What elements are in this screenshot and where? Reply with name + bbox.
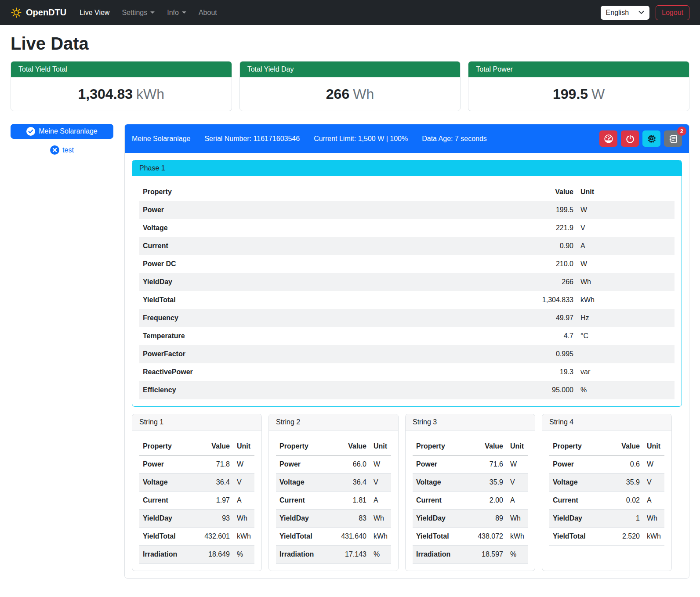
- value-cell: 93: [193, 510, 233, 528]
- chevron-down-icon: [638, 11, 644, 14]
- logout-button[interactable]: Logout: [656, 5, 689, 20]
- property-cell: Temperature: [139, 327, 487, 345]
- unit-cell: A: [233, 492, 254, 510]
- table-row: Irradiation17.143%: [276, 546, 391, 564]
- table-row: Frequency49.97Hz: [139, 309, 675, 327]
- table-row: Voltage221.9V: [139, 219, 675, 237]
- column-header-value: Value: [487, 183, 577, 201]
- card-unit: Wh: [353, 86, 374, 102]
- property-cell: Voltage: [139, 474, 193, 492]
- table-row: YieldTotal1,304.833kWh: [139, 291, 675, 309]
- unit-cell: W: [233, 456, 254, 474]
- table-header-row: Property Value Unit: [549, 438, 664, 456]
- property-cell: YieldTotal: [139, 528, 193, 546]
- property-cell: Power: [276, 456, 330, 474]
- unit-cell: W: [643, 456, 664, 474]
- value-cell: 199.5: [487, 201, 577, 219]
- limit-settings-button[interactable]: [599, 130, 617, 147]
- value-cell: 2.520: [603, 528, 643, 546]
- inverter-select-button-meine-solaranlage[interactable]: Meine Solaranlage: [11, 124, 113, 139]
- unit-cell: A: [507, 492, 528, 510]
- device-info-button[interactable]: [642, 130, 660, 147]
- inverter-select-button-test[interactable]: test: [11, 145, 113, 155]
- event-log-button[interactable]: 2: [664, 130, 682, 147]
- table-row: Power DC210.0W: [139, 255, 675, 273]
- string-panel-title: String 1: [132, 414, 261, 431]
- value-cell: 49.97: [487, 309, 577, 327]
- inverter-select-label: Meine Solaranlage: [39, 127, 97, 135]
- column-header-value: Value: [466, 438, 507, 456]
- unit-cell: W: [370, 456, 391, 474]
- column-header-property: Property: [139, 183, 487, 201]
- unit-cell: kWh: [643, 528, 664, 546]
- table-row: Power71.8W: [139, 456, 254, 474]
- phase-table: Property Value Unit Power199.5WVoltage22…: [139, 183, 675, 399]
- nav-live-view[interactable]: Live View: [73, 5, 116, 20]
- table-row: Power0.6W: [549, 456, 664, 474]
- unit-cell: %: [233, 546, 254, 564]
- card-title: Total Power: [468, 62, 689, 77]
- brand-link[interactable]: OpenDTU: [11, 7, 66, 18]
- string-panel-title: String 3: [406, 414, 535, 431]
- table-row: YieldDay266Wh: [139, 273, 675, 291]
- property-cell: Voltage: [413, 474, 466, 492]
- power-button[interactable]: [621, 130, 639, 147]
- inverter-card-header: Meine Solaranlage Serial Number: 1161716…: [125, 124, 689, 153]
- nav-about[interactable]: About: [192, 5, 223, 20]
- property-cell: Power DC: [139, 255, 487, 273]
- language-select[interactable]: English: [601, 6, 649, 20]
- value-cell: 2.00: [466, 492, 507, 510]
- table-row: ReactivePower19.3var: [139, 363, 675, 381]
- unit-cell: Wh: [370, 510, 391, 528]
- value-cell: 4.7: [487, 327, 577, 345]
- page-title: Live Data: [11, 34, 689, 54]
- brand-label: OpenDTU: [26, 7, 66, 18]
- inverter-serial: Serial Number: 116171603546: [204, 135, 300, 143]
- unit-cell: %: [507, 546, 528, 564]
- property-cell: YieldDay: [549, 510, 603, 528]
- value-cell: 1: [603, 510, 643, 528]
- property-cell: YieldTotal: [139, 291, 487, 309]
- property-cell: Irradiation: [276, 546, 330, 564]
- value-cell: 89: [466, 510, 507, 528]
- property-cell: YieldDay: [139, 510, 193, 528]
- table-row: Current0.02A: [549, 492, 664, 510]
- inverter-alt-label: test: [62, 146, 74, 154]
- table-row: YieldDay93Wh: [139, 510, 254, 528]
- value-cell: 18.649: [193, 546, 233, 564]
- value-cell: 36.4: [330, 474, 370, 492]
- property-cell: YieldTotal: [276, 528, 330, 546]
- unit-cell: Hz: [577, 309, 675, 327]
- unit-cell: V: [577, 219, 675, 237]
- event-count-badge: 2: [677, 127, 686, 136]
- column-header-value: Value: [603, 438, 643, 456]
- table-row: YieldDay83Wh: [276, 510, 391, 528]
- unit-cell: °C: [577, 327, 675, 345]
- property-cell: Irradiation: [413, 546, 466, 564]
- property-cell: Voltage: [276, 474, 330, 492]
- column-header-unit: Unit: [370, 438, 391, 456]
- nav-info[interactable]: Info: [161, 5, 192, 20]
- string-4-panel: String 4 Property Value Unit: [542, 414, 672, 571]
- value-cell: 210.0: [487, 255, 577, 273]
- table-header-row: Property Value Unit: [139, 438, 254, 456]
- column-header-unit: Unit: [507, 438, 528, 456]
- table-row: YieldDay1Wh: [549, 510, 664, 528]
- inverter-selector-sidebar: Meine Solaranlage test: [11, 124, 113, 155]
- table-header-row: Property Value Unit: [413, 438, 528, 456]
- string-4-table: Property Value Unit Power0.6WVoltage35.9…: [549, 438, 664, 546]
- property-cell: ReactivePower: [139, 363, 487, 381]
- value-cell: 266: [487, 273, 577, 291]
- table-row: Current0.90A: [139, 237, 675, 255]
- table-header-row: Property Value Unit: [139, 183, 675, 201]
- unit-cell: %: [577, 381, 675, 399]
- value-cell: 71.8: [193, 456, 233, 474]
- card-value: 1,304.83: [78, 86, 133, 102]
- table-row: Current1.97A: [139, 492, 254, 510]
- string-panel-title: String 4: [542, 414, 671, 431]
- value-cell: 95.000: [487, 381, 577, 399]
- property-cell: Efficiency: [139, 381, 487, 399]
- nav-settings[interactable]: Settings: [116, 5, 161, 20]
- phase-panel-title: Phase 1: [132, 160, 682, 176]
- property-cell: Current: [413, 492, 466, 510]
